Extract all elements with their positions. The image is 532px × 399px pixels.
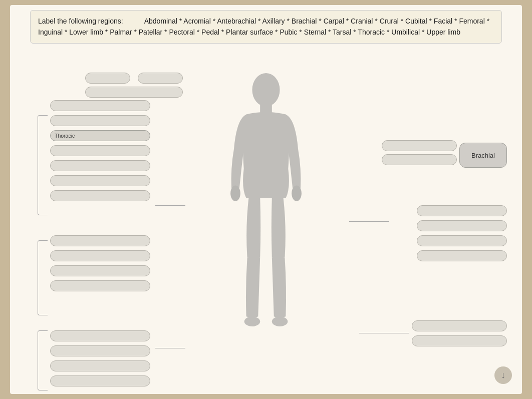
drop-zone-head-1[interactable] bbox=[85, 73, 130, 84]
svg-point-0 bbox=[252, 73, 280, 107]
left-bracket-upper bbox=[38, 115, 48, 215]
brachial-label: Brachial bbox=[471, 152, 495, 159]
drop-zone-ul-6[interactable] bbox=[50, 175, 150, 186]
drop-zone-rt-1[interactable] bbox=[382, 140, 457, 151]
svg-point-3 bbox=[292, 185, 302, 201]
drop-zone-head-2[interactable] bbox=[138, 73, 183, 84]
connector-left-2 bbox=[155, 348, 185, 348]
left-bracket-lower bbox=[38, 240, 48, 315]
diagram-area: Thoracic bbox=[20, 70, 512, 384]
drop-zone-rm-3[interactable] bbox=[417, 235, 507, 246]
drop-zone-lf-2[interactable] bbox=[50, 345, 150, 356]
drop-zone-lf-4[interactable] bbox=[50, 375, 150, 386]
body-silhouette bbox=[216, 70, 316, 390]
drop-zone-thoracic[interactable]: Thoracic bbox=[50, 130, 150, 141]
drop-zone-ul-2[interactable] bbox=[50, 115, 150, 126]
drop-zone-rm-4[interactable] bbox=[417, 250, 507, 261]
drop-zone-ll-1[interactable] bbox=[50, 235, 150, 246]
connector-left-1 bbox=[155, 205, 185, 206]
figure-container bbox=[216, 70, 316, 390]
drop-zone-rb-1[interactable] bbox=[412, 320, 507, 331]
connector-right-1 bbox=[349, 221, 389, 222]
thoracic-label: Thoracic bbox=[55, 133, 75, 139]
connector-right-2 bbox=[359, 333, 409, 333]
drop-zone-rt-2[interactable] bbox=[382, 154, 457, 165]
drop-zone-ll-3[interactable] bbox=[50, 265, 150, 276]
main-container: Label the following regions: Abdominal *… bbox=[10, 5, 522, 394]
drop-zone-ul-7[interactable] bbox=[50, 190, 150, 201]
left-bracket-lower2 bbox=[38, 330, 48, 390]
drop-zone-rm-2[interactable] bbox=[417, 220, 507, 231]
drop-zone-ul-1[interactable] bbox=[50, 100, 150, 111]
drop-zone-ll-2[interactable] bbox=[50, 250, 150, 261]
svg-point-4 bbox=[244, 316, 260, 326]
svg-point-5 bbox=[272, 316, 288, 326]
drop-zone-rm-1[interactable] bbox=[417, 205, 507, 216]
brachial-answer-box[interactable]: Brachial bbox=[459, 143, 507, 168]
drop-zone-lf-1[interactable] bbox=[50, 330, 150, 341]
drop-zone-ll-4[interactable] bbox=[50, 280, 150, 291]
drop-zone-rb-2[interactable] bbox=[412, 335, 507, 346]
scroll-button[interactable]: ↓ bbox=[494, 366, 512, 384]
drop-zone-ul-5[interactable] bbox=[50, 160, 150, 171]
drop-zone-ul-4[interactable] bbox=[50, 145, 150, 156]
instruction-box: Label the following regions: Abdominal *… bbox=[30, 10, 502, 44]
drop-zone-head-3[interactable] bbox=[85, 87, 183, 98]
drop-zone-lf-3[interactable] bbox=[50, 360, 150, 371]
instruction-label: Label the following regions: bbox=[38, 17, 123, 25]
svg-point-2 bbox=[230, 185, 240, 201]
